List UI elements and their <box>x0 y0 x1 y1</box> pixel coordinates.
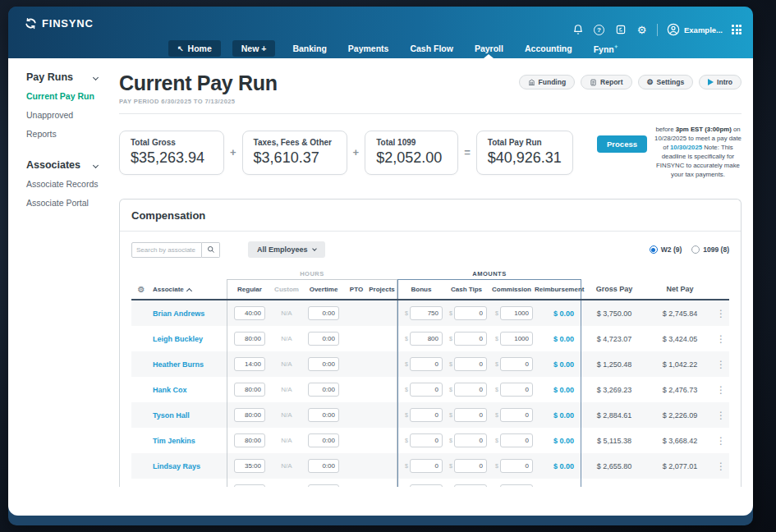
bonus-input[interactable] <box>410 433 443 447</box>
associate-name[interactable]: Tyson Hall <box>153 411 190 420</box>
reimbursement-value[interactable]: $ 0.00 <box>535 411 581 420</box>
bonus-input[interactable] <box>410 383 443 397</box>
bonus-input[interactable] <box>410 332 443 346</box>
overtime-input[interactable] <box>308 459 339 473</box>
overtime-input[interactable] <box>308 332 339 346</box>
associate-name[interactable]: Leigh Buckley <box>153 335 203 343</box>
regular-input[interactable] <box>234 408 265 422</box>
overtime-input[interactable] <box>308 357 339 371</box>
row-menu-kebab-icon[interactable]: ⋮ <box>716 359 726 370</box>
cashtips-input[interactable] <box>454 306 487 320</box>
bonus-input[interactable] <box>410 484 443 487</box>
overtime-input[interactable] <box>308 306 339 320</box>
commission-input[interactable] <box>500 484 533 487</box>
nav-new-button[interactable]: New + <box>232 40 276 57</box>
sidebar-section-associates[interactable]: Associates <box>26 159 111 171</box>
associate-name[interactable]: Heather Burns <box>153 360 204 369</box>
overtime-input[interactable] <box>308 383 339 397</box>
cashtips-input[interactable] <box>454 433 487 447</box>
commission-input[interactable] <box>500 306 533 320</box>
notifications-bell-icon[interactable] <box>572 24 584 36</box>
associate-name[interactable]: Hank Cox <box>153 386 187 394</box>
sidebar-item-associate-portal[interactable]: Associate Portal <box>26 198 111 208</box>
settings-button[interactable]: ⚙ Settings <box>638 75 694 89</box>
help-icon[interactable]: ? <box>593 24 605 36</box>
associate-sort-header[interactable]: Associate <box>153 286 227 293</box>
nav-tab-accounting[interactable]: Accounting <box>514 40 583 57</box>
cashtips-input[interactable] <box>454 357 487 371</box>
cashtips-input[interactable] <box>454 459 487 473</box>
tasks-card-icon[interactable] <box>614 24 627 36</box>
overtime-input[interactable] <box>308 408 339 422</box>
apps-grid-icon[interactable] <box>732 25 742 34</box>
reimbursement-value[interactable]: $ 0.00 <box>535 437 581 445</box>
bonus-input[interactable] <box>410 306 443 320</box>
funding-button[interactable]: Funding <box>519 75 576 89</box>
reimbursement-value[interactable]: $ 0.00 <box>535 462 581 470</box>
overtime-input[interactable] <box>308 433 339 447</box>
w2-radio[interactable]: W2 (9) <box>650 245 682 254</box>
column-settings-gear-icon[interactable]: ⚙ <box>131 285 151 294</box>
commission-input[interactable] <box>500 433 533 447</box>
regular-input[interactable] <box>234 383 265 397</box>
bonus-input[interactable] <box>410 408 443 422</box>
commission-input[interactable] <box>500 459 533 473</box>
row-menu-kebab-icon[interactable]: ⋮ <box>716 461 726 472</box>
row-menu-kebab-icon[interactable]: ⋮ <box>716 435 726 447</box>
associate-row: Hank Cox N/A $ $ $ $ 0.00 $ 3,269.23 $ 2… <box>131 377 729 402</box>
bonus-input[interactable] <box>410 459 443 473</box>
search-button[interactable] <box>202 242 220 258</box>
process-button[interactable]: Process <box>597 135 647 153</box>
reimbursement-value[interactable]: $ 0.00 <box>535 360 581 369</box>
regular-input[interactable] <box>234 306 265 320</box>
reimbursement-value[interactable]: $ 0.00 <box>535 386 581 394</box>
reimbursement-value[interactable]: $ 0.00 <box>535 335 581 343</box>
sidebar-section-pay-runs[interactable]: Pay Runs <box>26 71 111 83</box>
regular-input[interactable] <box>234 484 265 487</box>
radio-1099[interactable]: 1099 (8) <box>691 245 729 254</box>
commission-input[interactable] <box>500 383 533 397</box>
settings-gear-icon[interactable]: ⚙ <box>636 24 648 36</box>
cashtips-input[interactable] <box>454 408 487 422</box>
commission-input[interactable] <box>500 357 533 371</box>
account-menu[interactable]: Example... <box>667 23 723 36</box>
regular-input[interactable] <box>234 433 265 447</box>
regular-input[interactable] <box>234 357 265 371</box>
reimbursement-value[interactable]: $ 0.00 <box>535 310 581 318</box>
nav-tab-cashflow[interactable]: Cash Flow <box>399 40 464 57</box>
bonus-input[interactable] <box>410 357 443 371</box>
associate-name[interactable]: Brian Andrews <box>153 310 204 318</box>
pay-date-link[interactable]: 10/30/2025 <box>670 144 702 151</box>
employee-filter-dropdown[interactable]: All Employees <box>248 241 325 258</box>
brand[interactable]: FINSYNC <box>25 17 94 30</box>
associate-name[interactable]: Lindsay Rays <box>153 462 200 470</box>
row-menu-kebab-icon[interactable]: ⋮ <box>716 308 726 319</box>
nav-home-button[interactable]: ↖ Home <box>168 40 221 57</box>
sidebar-item-current-pay-run[interactable]: Current Pay Run <box>26 91 111 101</box>
intro-button[interactable]: Intro <box>699 75 742 89</box>
row-menu-kebab-icon[interactable]: ⋮ <box>716 384 726 396</box>
row-menu-kebab-icon[interactable]: ⋮ <box>716 486 726 488</box>
commission-input[interactable] <box>500 332 533 346</box>
sidebar-item-unapproved[interactable]: Unapproved <box>26 110 111 120</box>
finsync-sync-icon <box>25 17 37 30</box>
row-menu-kebab-icon[interactable]: ⋮ <box>716 410 726 421</box>
regular-input[interactable] <box>234 332 265 346</box>
sidebar-item-associate-records[interactable]: Associate Records <box>26 179 111 189</box>
row-menu-kebab-icon[interactable]: ⋮ <box>716 333 726 345</box>
search-input[interactable] <box>131 242 202 258</box>
cashtips-input[interactable] <box>454 484 487 487</box>
nav-tab-banking[interactable]: Banking <box>282 40 337 57</box>
cashtips-input[interactable] <box>454 383 487 397</box>
regular-input[interactable] <box>234 459 265 473</box>
sidebar-item-reports[interactable]: Reports <box>26 129 111 139</box>
overtime-input[interactable] <box>308 484 339 487</box>
commission-input[interactable] <box>500 408 533 422</box>
nav-tab-payments[interactable]: Payments <box>337 40 400 57</box>
report-button[interactable]: Report <box>581 75 631 89</box>
cashtips-input[interactable] <box>454 332 487 346</box>
associate-name[interactable]: Tim Jenkins <box>153 437 195 445</box>
gross-pay: $ 2,655.80 <box>581 462 647 470</box>
nav-tab-payroll[interactable]: Payroll <box>464 40 514 57</box>
nav-tab-fynn[interactable]: Fynn✦ <box>583 40 629 57</box>
